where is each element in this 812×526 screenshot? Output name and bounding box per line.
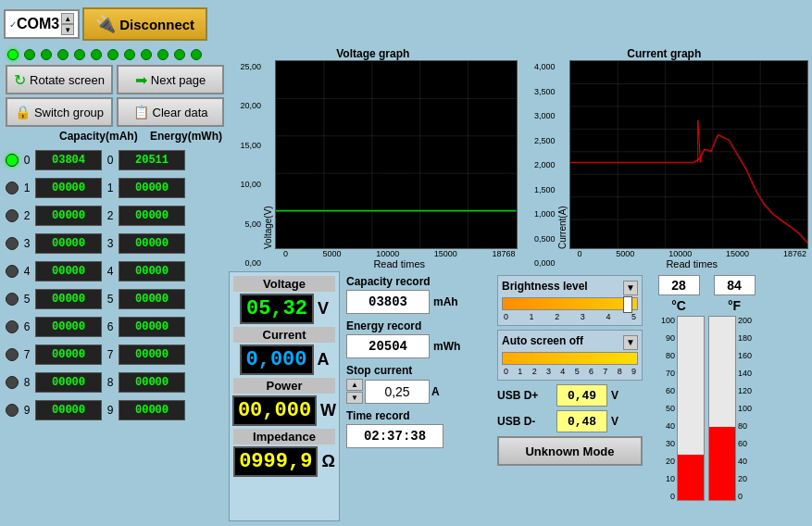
row-led-0 [6,154,19,167]
table-row: 6 00000 6 00000 [6,314,224,340]
voltage-value-row: 05,32 V [240,294,329,324]
brightness-header: Brightness level ▼ [502,280,638,295]
led-2 [41,49,52,60]
capacity-record-input[interactable] [346,290,430,314]
cap-display-7: 00000 [35,344,102,365]
energy-display-3: 00000 [119,233,185,254]
row-num-9: 9 [21,404,32,417]
cap-display-4: 00000 [35,261,102,282]
celsius-fill [678,455,704,501]
led-1 [24,49,35,60]
cap-display-3: 00000 [35,233,102,254]
row-led-3 [6,237,19,250]
stop-current-input[interactable] [365,380,430,404]
energy-num-9: 9 [105,404,116,417]
cap-display-8: 00000 [35,372,102,393]
current-value-row: 0,000 A [240,344,330,375]
usbd-plus-label: USB D+ [497,389,553,402]
brightness-slider[interactable] [502,297,638,310]
fahrenheit-thermometer-wrapper: 200 180 160 140 120 100 80 60 40 20 0 [708,316,760,501]
energy-num-3: 3 [105,237,116,250]
current-graph-canvas [569,60,809,249]
led-5 [91,49,102,60]
energy-record-group: Energy record mWh [346,319,487,358]
time-record-input[interactable] [346,424,443,448]
brightness-dropdown[interactable]: ▼ [623,281,638,295]
celsius-group: 28 °C 100 90 80 70 60 50 40 30 [653,275,705,518]
capacity-record-unit: mAh [433,295,458,308]
voltage-graph-with-axis: Voltage(V) [263,60,518,269]
row-led-8 [6,376,19,389]
brightness-ticks: 0 1 2 3 4 5 [502,312,638,321]
celsius-unit: °C [671,298,686,313]
energy-record-input[interactable] [346,334,430,358]
unknown-mode-button[interactable]: Unknown Mode [497,436,643,466]
autooff-ticks: 0 1 2 3 4 5 6 7 8 9 [502,367,638,376]
settings-col: Brightness level ▼ 0 1 2 3 4 5 [493,271,646,521]
autooff-label: Auto screen off [502,334,583,347]
com-port-box: ✓ COM3 ▲ ▼ [4,9,80,39]
usb-group: USB D+ 0,49 V USB D- 0,48 V [497,384,643,432]
measurement-col: Voltage 05,32 V Current 0,000 A [229,271,340,521]
autooff-slider[interactable] [502,352,638,365]
fahrenheit-value: 84 [714,275,756,295]
fahrenheit-fill [709,427,735,500]
com-up-btn[interactable]: ▲ [61,13,74,24]
energy-display-1: 00000 [119,178,185,198]
voltage-graph-area: 25,00 20,00 15,00 10,00 5,00 0,00 Voltag… [229,60,518,269]
current-unit: A [318,350,330,369]
current-x-title: Read times [576,258,809,269]
voltage-label: Voltage [233,276,335,292]
energy-num-1: 1 [105,182,116,194]
brightness-thumb [623,296,632,313]
impedance-group: Impedance 0999,9 Ω [233,429,335,477]
led-6 [107,49,119,60]
clear-data-button[interactable]: 📋 Clear data [117,97,224,127]
impedance-display: 0999,9 [233,446,318,477]
rotate-button[interactable]: ↻ Rotate screen [6,65,113,94]
power-value-row: 00,000 W [232,395,336,426]
disconnect-icon: 🔌 [95,14,116,34]
com-port-arrows: ▲ ▼ [61,13,74,35]
rotate-label: Rotate screen [30,73,105,87]
table-row: 1 00000 1 00000 [6,175,224,201]
capacity-record-group: Capacity record mAh [346,275,487,314]
current-label: Current [233,327,335,343]
row-led-5 [6,293,19,306]
current-graph-container: Current graph 4,000 3,500 3,000 2,500 2,… [520,47,809,269]
com-icon: ✓ [9,19,17,30]
led-9 [157,49,169,60]
voltage-graph-canvas [275,60,518,249]
disconnect-label: Disconnect [119,17,194,32]
capacity-record-label: Capacity record [346,275,487,288]
stop-current-spinners: ▲ ▼ [346,379,363,404]
row-num-0: 0 [21,154,32,167]
energy-display-0: 20511 [119,150,185,170]
com-down-btn[interactable]: ▼ [61,24,74,35]
energy-record-unit: mWh [433,340,460,353]
usbd-plus-row: USB D+ 0,49 V [497,384,643,407]
energy-num-2: 2 [105,209,116,222]
switch-group-button[interactable]: 🔒 Switch group [6,97,113,127]
disconnect-button[interactable]: 🔌 Disconnect [82,7,207,41]
stop-current-down[interactable]: ▼ [346,392,363,404]
autooff-header: Auto screen off ▼ [502,334,638,350]
voltage-group: Voltage 05,32 V [233,276,335,324]
energy-header: Energy(mWh) [150,130,222,143]
stop-current-up[interactable]: ▲ [346,379,363,391]
next-page-button[interactable]: ➡ Next page [117,65,224,94]
impedance-value-row: 0999,9 Ω [233,446,335,477]
current-graph-with-axis: Current(A) [557,60,809,269]
current-graph-area: 4,000 3,500 3,000 2,500 2,000 1,500 1,00… [520,60,809,269]
table-row: 2 00000 2 00000 [6,203,224,229]
usbd-plus-value: 0,49 [556,384,607,407]
row-led-2 [6,209,19,222]
current-graph-inner: Current(A) [557,60,809,249]
fahrenheit-ticks: 200 180 160 140 120 100 80 60 40 20 0 [738,316,760,501]
led-row [4,47,226,62]
row-led-4 [6,265,19,278]
autooff-dropdown[interactable]: ▼ [623,335,638,350]
cap-display-2: 00000 [35,206,102,226]
cap-display-1: 00000 [35,178,102,198]
row-num-2: 2 [21,209,32,222]
